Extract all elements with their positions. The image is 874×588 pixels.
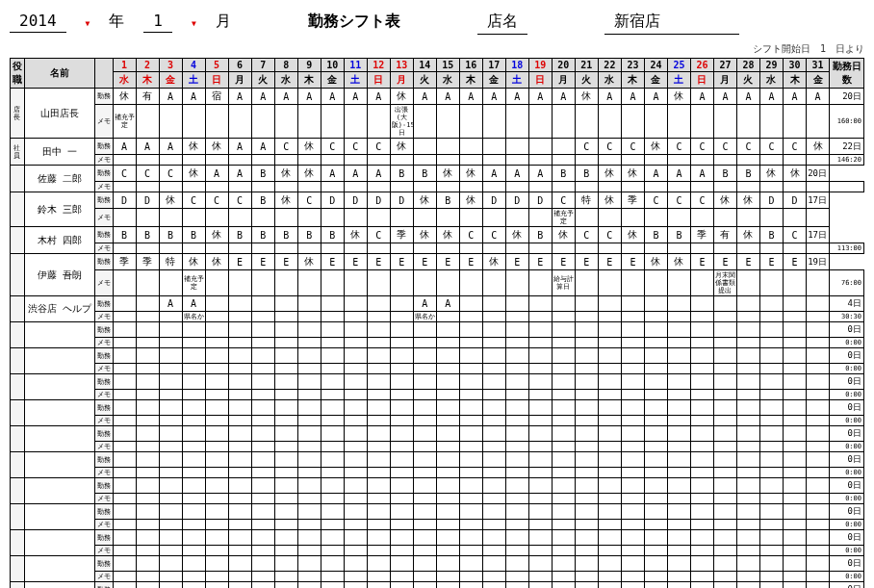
note-cell[interactable] [367, 468, 390, 478]
shift-cell[interactable] [690, 556, 713, 572]
note-cell[interactable] [482, 416, 505, 426]
staff-name[interactable] [24, 322, 94, 348]
shift-cell[interactable] [205, 478, 228, 494]
note-cell[interactable] [621, 243, 644, 254]
note-cell[interactable] [390, 442, 413, 452]
note-cell[interactable] [436, 270, 459, 296]
shift-cell[interactable] [228, 322, 251, 338]
shift-cell[interactable] [667, 348, 690, 364]
note-cell[interactable] [759, 442, 783, 452]
note-cell[interactable] [621, 209, 644, 227]
shift-cell[interactable] [552, 322, 575, 338]
shift-cell[interactable] [759, 426, 783, 442]
shift-cell[interactable] [367, 504, 390, 520]
shift-cell[interactable] [113, 348, 136, 364]
shift-cell[interactable] [482, 556, 505, 572]
shift-cell[interactable] [459, 322, 482, 338]
note-cell[interactable] [552, 494, 575, 504]
note-cell[interactable] [644, 243, 667, 254]
shift-cell[interactable] [736, 400, 759, 416]
shift-cell[interactable] [321, 296, 344, 312]
shift-cell[interactable]: A [644, 166, 667, 182]
shift-cell[interactable] [113, 556, 136, 572]
shift-cell[interactable] [644, 322, 667, 338]
note-cell[interactable] [297, 209, 321, 227]
note-cell[interactable] [228, 105, 251, 139]
shift-cell[interactable] [159, 348, 182, 364]
note-cell[interactable] [784, 338, 807, 348]
note-cell[interactable] [575, 209, 598, 227]
shift-cell[interactable] [759, 504, 783, 520]
shift-cell[interactable] [251, 582, 274, 589]
note-cell[interactable] [274, 338, 297, 348]
shift-cell[interactable]: A [759, 89, 783, 105]
note-cell[interactable] [436, 468, 459, 478]
note-cell[interactable] [759, 546, 783, 556]
note-cell[interactable] [159, 312, 182, 322]
note-cell[interactable] [228, 442, 251, 452]
note-cell[interactable] [367, 442, 390, 452]
shift-cell[interactable] [182, 322, 205, 338]
shift-cell[interactable] [344, 426, 367, 442]
shift-cell[interactable]: 休 [459, 166, 482, 182]
note-cell[interactable] [759, 572, 783, 582]
shift-cell[interactable]: E [575, 254, 598, 270]
note-cell[interactable] [528, 105, 552, 139]
note-cell[interactable] [182, 520, 205, 530]
shift-cell[interactable] [575, 322, 598, 338]
shift-cell[interactable]: B [390, 166, 413, 182]
shift-cell[interactable] [575, 556, 598, 572]
note-cell[interactable] [784, 105, 807, 139]
note-cell[interactable] [344, 468, 367, 478]
note-cell[interactable] [390, 155, 413, 166]
note-cell[interactable] [598, 364, 621, 374]
note-cell[interactable] [505, 520, 528, 530]
shift-cell[interactable] [344, 374, 367, 390]
note-cell[interactable] [390, 209, 413, 227]
note-cell[interactable] [505, 390, 528, 400]
note-cell[interactable] [205, 390, 228, 400]
shift-cell[interactable] [482, 504, 505, 520]
shift-cell[interactable] [807, 322, 830, 338]
note-cell[interactable] [621, 416, 644, 426]
note-cell[interactable] [136, 546, 159, 556]
note-cell[interactable] [344, 520, 367, 530]
shift-cell[interactable]: A [736, 89, 759, 105]
note-cell[interactable] [505, 468, 528, 478]
note-cell[interactable] [528, 416, 552, 426]
shift-cell[interactable] [205, 582, 228, 589]
shift-cell[interactable]: C [228, 192, 251, 209]
note-cell[interactable] [552, 468, 575, 478]
shift-cell[interactable]: C [367, 227, 390, 243]
note-cell[interactable] [482, 442, 505, 452]
shift-cell[interactable] [552, 426, 575, 442]
shift-cell[interactable]: C [459, 227, 482, 243]
note-cell[interactable] [621, 494, 644, 504]
shift-cell[interactable] [205, 556, 228, 572]
shift-cell[interactable]: A [205, 166, 228, 182]
note-cell[interactable] [807, 572, 830, 582]
shift-cell[interactable] [482, 400, 505, 416]
note-cell[interactable] [690, 494, 713, 504]
shift-cell[interactable] [136, 556, 159, 572]
note-cell[interactable] [413, 155, 436, 166]
shift-cell[interactable]: B [528, 227, 552, 243]
shift-cell[interactable] [644, 556, 667, 572]
note-cell[interactable] [344, 209, 367, 227]
note-cell[interactable] [228, 270, 251, 296]
shift-cell[interactable] [807, 478, 830, 494]
shift-cell[interactable] [413, 504, 436, 520]
shift-cell[interactable] [621, 348, 644, 364]
note-cell[interactable] [759, 270, 783, 296]
note-cell[interactable] [436, 546, 459, 556]
note-cell[interactable] [182, 364, 205, 374]
note-cell[interactable] [205, 546, 228, 556]
shift-cell[interactable] [690, 582, 713, 589]
note-cell[interactable] [297, 243, 321, 254]
shift-cell[interactable] [113, 530, 136, 546]
note-cell[interactable] [736, 243, 759, 254]
note-cell[interactable] [575, 182, 598, 192]
note-cell[interactable] [528, 494, 552, 504]
shift-cell[interactable]: E [690, 254, 713, 270]
shift-cell[interactable]: A [528, 89, 552, 105]
